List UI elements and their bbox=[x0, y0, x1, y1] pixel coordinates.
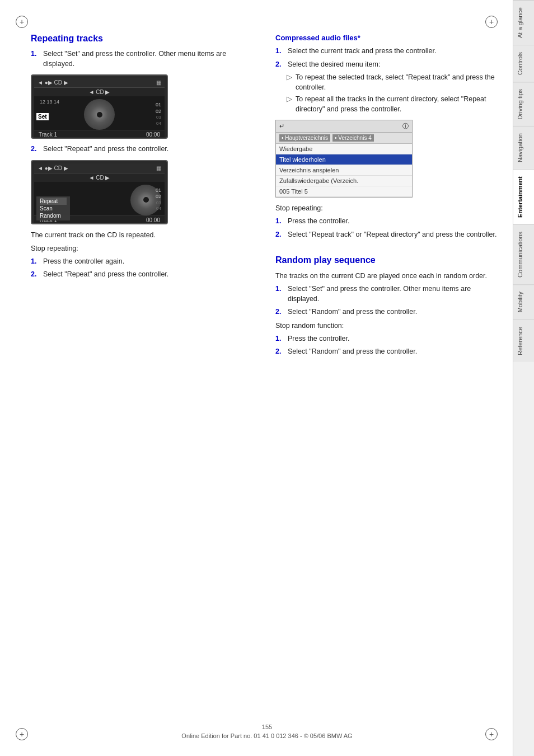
random-step-1: Select "Set" and press the controller. O… bbox=[275, 284, 503, 304]
german-menu: ↵ ⓘ • Hauptverzeichnis • Verzeichnis 4 W… bbox=[275, 120, 413, 198]
stop-repeating-steps: Press the controller again. Select "Repe… bbox=[31, 257, 259, 280]
right-stop-step-1: Press the controller. bbox=[275, 217, 503, 227]
random-steps: Select "Set" and press the controller. O… bbox=[275, 284, 503, 317]
cd-menu: Repeat Scan Random bbox=[36, 196, 70, 220]
cd-disc-1 bbox=[84, 99, 115, 130]
cd-icon-2: ▦ bbox=[156, 165, 161, 171]
menu-item-random: Random bbox=[40, 212, 67, 219]
stop-random-steps: Press the controller. Select "Random" an… bbox=[275, 334, 503, 357]
repeating-tracks-title: Repeating tracks bbox=[31, 34, 259, 44]
stop-random-label: Stop random function: bbox=[275, 321, 503, 331]
repeating-steps-2: Select "Repeat" and press the controller… bbox=[31, 144, 259, 154]
compressed-audio-title: Compressed audio files* bbox=[275, 34, 503, 42]
info-icon: ⓘ bbox=[402, 122, 409, 130]
menu-item-repeat: Repeat bbox=[40, 198, 67, 205]
cd-time-1: 00:00 bbox=[146, 132, 160, 138]
sidebar-tab-mobility[interactable]: Mobility bbox=[513, 284, 534, 319]
sidebar-tab-navigation[interactable]: Navigation bbox=[513, 126, 534, 169]
menu-item-scan: Scan bbox=[40, 205, 67, 212]
stop-random-step-1: Press the controller. bbox=[275, 334, 503, 344]
breadcrumb-2: • Verzeichnis 4 bbox=[332, 134, 374, 142]
sidebar-tab-reference[interactable]: Reference bbox=[513, 320, 534, 362]
cd-screen-1: ◄ ●▶ CD ▶ ▦ ◄ CD ▶ Set 01 02 bbox=[31, 74, 168, 139]
gm-row-4: 005 Titel 5 bbox=[276, 186, 412, 197]
random-step-2: Select "Random" and press the controller… bbox=[275, 307, 503, 317]
breadcrumb-1: • Hauptverzeichnis bbox=[279, 134, 330, 142]
set-label-1: Set bbox=[36, 113, 49, 120]
step-2: Select "Repeat" and press the controller… bbox=[31, 144, 259, 154]
sidebar-tab-at-a-glance[interactable]: At a glance bbox=[513, 0, 534, 45]
page-footer: 155 Online Edition for Part no. 01 41 0 … bbox=[0, 724, 534, 739]
step-1: Select "Set" and press the controller. O… bbox=[31, 49, 259, 69]
compressed-steps: Select the current track and press the c… bbox=[275, 46, 503, 69]
back-icon: ↵ bbox=[279, 123, 284, 130]
random-intro: The tracks on the current CD are played … bbox=[275, 271, 503, 281]
page-number: 155 bbox=[0, 724, 534, 730]
random-play-title: Random play sequence bbox=[275, 255, 503, 265]
sidebar: At a glance Controls Driving tips Naviga… bbox=[513, 0, 534, 756]
stop-step-1: Press the controller again. bbox=[31, 257, 259, 267]
track-numbers-1: 01 02 03 04 bbox=[156, 102, 161, 126]
c-step-2: Select the desired menu item: bbox=[275, 60, 503, 70]
repeat-note: The current track on the CD is repeated. bbox=[31, 230, 259, 240]
cd-track-label-1: Track 1 bbox=[39, 132, 57, 138]
cd-icon-1: ▦ bbox=[156, 79, 161, 86]
cd-middle-1: ◄ CD ▶ bbox=[89, 89, 110, 95]
gm-row-3: Zufallswiedergabe (Verzeich. bbox=[276, 176, 412, 186]
stop-random-step-2: Select "Random" and press the controller… bbox=[275, 347, 503, 357]
right-column: Compressed audio files* Select the curre… bbox=[275, 34, 503, 360]
stop-repeating-label: Stop repeating: bbox=[31, 243, 259, 253]
page-content: Repeating tracks Select "Set" and press … bbox=[31, 34, 503, 722]
cd-top-left-1: ◄ ●▶ CD ▶ bbox=[38, 79, 68, 86]
left-column: Repeating tracks Select "Set" and press … bbox=[31, 34, 259, 360]
c-step-1: Select the current track and press the c… bbox=[275, 46, 503, 57]
gm-row-0: Wiedergabe bbox=[276, 144, 412, 154]
bullet-repeat-track: To repeat the selected track, select "Re… bbox=[287, 73, 503, 92]
repeating-steps-1: Select "Set" and press the controller. O… bbox=[31, 49, 259, 69]
cd-middle-2: ◄ CD ▶ bbox=[89, 175, 110, 181]
right-stop-step-2: Select "Repeat track" or "Repeat directo… bbox=[275, 230, 503, 240]
gm-row-2: Verzeichnis anspielen bbox=[276, 165, 412, 176]
cd-screen-2: ◄ ●▶ CD ▶ ▦ ◄ CD ▶ Repeat Scan Random bbox=[31, 160, 168, 224]
right-stop-label: Stop repeating: bbox=[275, 203, 503, 213]
crosshair-tr bbox=[485, 16, 498, 28]
cd-time-2: 00:00 bbox=[146, 217, 160, 223]
stop-step-2: Select "Repeat" and press the controller… bbox=[31, 270, 259, 280]
bullet-repeat-directory: To repeat all the tracks in the current … bbox=[287, 95, 503, 114]
footer-text: Online Edition for Part no. 01 41 0 012 … bbox=[181, 732, 352, 739]
cd-top-left-2: ◄ ●▶ CD ▶ bbox=[38, 165, 68, 171]
sidebar-tab-communications[interactable]: Communications bbox=[513, 224, 534, 284]
sidebar-tab-driving-tips[interactable]: Driving tips bbox=[513, 82, 534, 126]
sidebar-tab-controls[interactable]: Controls bbox=[513, 45, 534, 82]
gm-row-1: Titel wiederholen bbox=[276, 154, 412, 165]
sidebar-tab-entertainment[interactable]: Entertainment bbox=[513, 169, 534, 224]
right-stop-steps: Press the controller. Select "Repeat tra… bbox=[275, 217, 503, 240]
crosshair-tl bbox=[16, 16, 28, 28]
track-numbers-2: 01 02 03 04 bbox=[156, 187, 161, 212]
